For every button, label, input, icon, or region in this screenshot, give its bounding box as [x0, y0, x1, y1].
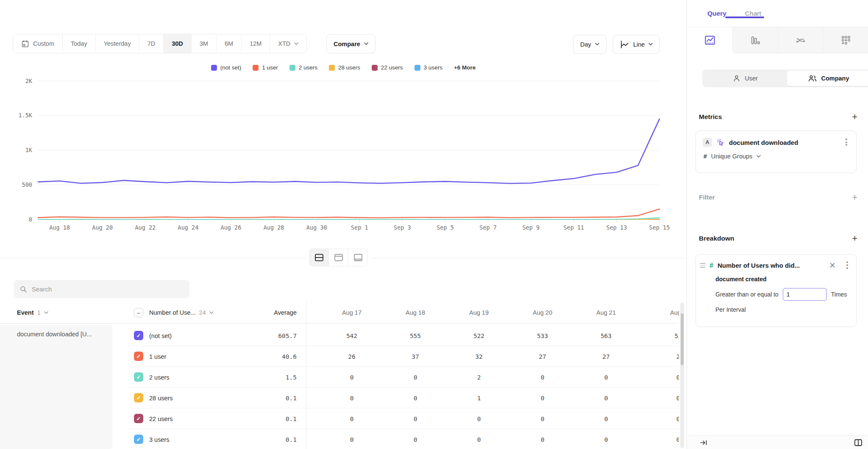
scope-company-button[interactable]: Company — [787, 71, 868, 86]
range-6m-button[interactable]: 6M — [216, 34, 241, 53]
split-panel-icon[interactable] — [854, 439, 862, 446]
measure-selector[interactable]: # Unique Groups — [703, 153, 849, 160]
times-value-input[interactable] — [783, 288, 827, 301]
series-name: (not set) — [149, 325, 172, 346]
data-cell: 0 — [320, 408, 384, 429]
add-metric-button[interactable]: + — [852, 112, 857, 122]
scope-toggle: User Company — [702, 69, 868, 87]
data-cell: 2 — [447, 367, 511, 388]
svg-text:1.5K: 1.5K — [18, 112, 32, 119]
average-value: 40.6 — [225, 346, 297, 367]
group-header-label: Number of Use... — [149, 309, 196, 316]
data-cell: 0 — [646, 429, 679, 449]
data-cell: 0 — [447, 408, 511, 429]
average-column-header[interactable]: Average — [225, 302, 297, 324]
bottom-panel-icon — [353, 254, 363, 261]
range-3m-button[interactable]: 3M — [191, 34, 216, 53]
tab-query[interactable]: Query — [707, 10, 726, 17]
compare-label: Compare — [334, 41, 360, 47]
date-column-header[interactable]: Aug 19 — [447, 302, 511, 324]
range-7d-button[interactable]: 7D — [139, 34, 164, 53]
table-only-view-button[interactable] — [348, 249, 368, 266]
chart-type-label: Line — [633, 41, 645, 48]
bar-chart-mode[interactable] — [732, 27, 778, 53]
search-input[interactable] — [32, 285, 184, 293]
series-checkbox[interactable]: ✓ — [134, 393, 143, 402]
range-today-button[interactable]: Today — [62, 34, 95, 53]
data-cell: 0 — [574, 388, 638, 408]
split-view-icon — [314, 254, 324, 261]
remove-breakdown-icon[interactable]: ✕ — [829, 261, 836, 270]
table-row: ✓(not set)605.754255552253356353 — [127, 325, 679, 346]
retention-grid-mode[interactable] — [823, 27, 868, 53]
series-name: 1 user — [149, 346, 166, 367]
drag-handle-icon[interactable] — [700, 263, 705, 268]
table-row: ✓28 users0.1001000 — [127, 388, 679, 408]
table-header: Event 1 – Number of Use... 24 Average Au… — [0, 302, 679, 324]
data-cell: 0 — [384, 388, 447, 408]
event-column-header[interactable]: Event 1 — [17, 302, 48, 324]
add-breakdown-button[interactable]: + — [852, 234, 857, 243]
data-cell: 563 — [574, 325, 638, 346]
data-cell: 522 — [447, 325, 511, 346]
interval-dropdown[interactable]: Day — [573, 35, 606, 54]
chevron-down-icon — [44, 311, 48, 314]
tab-chart[interactable]: Chart — [745, 10, 761, 17]
chart-only-view-button[interactable] — [329, 249, 348, 266]
range-12m-button[interactable]: 12M — [241, 34, 270, 53]
range-30d-button[interactable]: 30D — [163, 34, 191, 53]
segmentation-chart-mode[interactable] — [687, 27, 732, 53]
add-filter-button[interactable]: + — [852, 193, 857, 202]
data-cell: 1 — [447, 388, 511, 408]
metric-letter-badge: A — [703, 138, 712, 147]
metric-card[interactable]: A document downloaded ••• # Unique Group… — [696, 130, 857, 173]
table-row: ✓1 user40.626373227272 — [127, 346, 679, 367]
date-column-header[interactable]: Aug 17 — [320, 302, 384, 324]
svg-text:Aug 28: Aug 28 — [264, 224, 284, 231]
select-all-checkbox[interactable]: – — [134, 308, 143, 317]
range-yesterday-button[interactable]: Yesterday — [95, 34, 139, 53]
data-cell: 533 — [511, 325, 574, 346]
split-view-button[interactable] — [309, 249, 329, 266]
flow-chart-mode[interactable] — [778, 27, 823, 53]
compare-button[interactable]: Compare — [326, 34, 376, 53]
average-value: 605.7 — [225, 325, 297, 346]
date-column-header[interactable]: Aug 20 — [511, 302, 574, 324]
date-column-header[interactable]: Aug 21 — [574, 302, 638, 324]
breakdown-kebab-menu[interactable]: ••• — [844, 261, 850, 269]
series-checkbox[interactable]: ✓ — [134, 372, 143, 382]
tab-chart-label: Chart — [745, 10, 761, 17]
data-cell: 0 — [447, 429, 511, 449]
scope-user-button[interactable]: User — [704, 71, 787, 86]
range-custom-button[interactable]: Custom — [13, 34, 62, 53]
group-count: 24 — [199, 309, 206, 316]
svg-text:Aug 20: Aug 20 — [92, 224, 113, 231]
data-cell: 0 — [384, 429, 447, 449]
breakdown-property-name: Number of Users who did... — [718, 262, 825, 269]
data-cell: 0 — [320, 367, 384, 388]
line-chart: 05001K1.5K2KAug 18Aug 20Aug 22Aug 24Aug … — [0, 59, 687, 241]
table-scrollbar-thumb[interactable] — [681, 313, 684, 365]
breakdown-card[interactable]: # Number of Users who did... ✕ ••• docum… — [696, 254, 857, 327]
series-checkbox[interactable]: ✓ — [134, 414, 143, 423]
metric-kebab-menu[interactable]: ••• — [843, 138, 849, 147]
data-cell: 0 — [384, 367, 447, 388]
series-checkbox[interactable]: ✓ — [134, 435, 143, 444]
chart-type-dropdown[interactable]: Line — [613, 35, 660, 54]
date-column-header[interactable]: Aug 18 — [384, 302, 447, 324]
series-checkbox[interactable]: ✓ — [134, 352, 143, 361]
event-spark-icon — [716, 138, 725, 147]
data-cell: 27 — [574, 346, 638, 367]
series-name: 22 users — [149, 408, 173, 429]
series-checkbox[interactable]: ✓ — [134, 331, 143, 340]
collapse-panel-icon[interactable] — [700, 439, 708, 446]
user-icon — [733, 75, 740, 82]
breakdown-number-icon: # — [709, 262, 713, 269]
chevron-down-icon — [209, 311, 214, 314]
range-xtd-button[interactable]: XTD — [270, 34, 306, 53]
data-cell: 53 — [646, 325, 679, 346]
date-column-header[interactable]: Aug 2 — [646, 302, 679, 324]
svg-text:2K: 2K — [25, 78, 33, 84]
active-tab-underline — [725, 17, 764, 18]
data-cell: 542 — [320, 325, 384, 346]
